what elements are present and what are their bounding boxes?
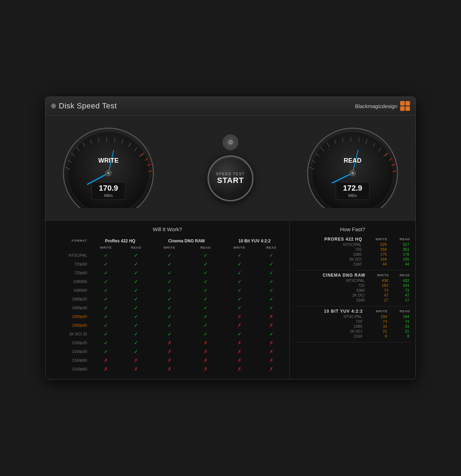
- hf-write-val: 194: [364, 314, 389, 319]
- table-cell: ✗: [256, 339, 286, 347]
- hf-row-label: 720: [294, 283, 367, 288]
- table-cell: ✗: [189, 347, 222, 356]
- table-cell: ✗: [150, 365, 189, 374]
- hf-read-val: 176: [389, 252, 411, 257]
- table-cell: ✓: [256, 251, 286, 260]
- check-icon: ✓: [204, 322, 208, 328]
- table-cell: ✓: [256, 304, 286, 312]
- table-cell: ✗: [222, 365, 256, 374]
- table-row: 2160p25: [48, 339, 90, 347]
- settings-button[interactable]: ⚙: [223, 135, 238, 150]
- how-fast-content: ProRes 422 HQWRITEREADNTSC/PAL5255277203…: [294, 236, 411, 342]
- table-cell: ✓: [90, 251, 122, 260]
- check-icon: ✓: [204, 314, 208, 319]
- hf-group-title: 10 Bit YUV 4:2:2: [324, 309, 363, 314]
- table-cell: ✓: [222, 330, 256, 339]
- hf-row-label: NTSC/PAL: [294, 278, 367, 283]
- table-row: 2160p50: [48, 356, 90, 365]
- table-cell: ✓: [90, 277, 122, 286]
- hf-group: Cinema DNG RAWWRITEREADNTSC/PAL430432720…: [294, 272, 411, 303]
- center-controls: ⚙ SPEED TEST START: [208, 135, 253, 201]
- brand-name: Blackmagicdesign: [355, 103, 397, 109]
- cross-icon: ✗: [237, 314, 242, 319]
- check-icon: ✓: [204, 287, 208, 293]
- hf-write-header: WRITE: [364, 308, 389, 314]
- table-cell: ✗: [189, 356, 222, 365]
- check-icon: ✓: [237, 296, 242, 302]
- check-icon: ✓: [104, 340, 108, 346]
- close-button[interactable]: ×: [51, 104, 56, 108]
- check-icon: ✓: [134, 305, 138, 311]
- table-cell: ✓: [150, 312, 189, 321]
- cross-icon: ✗: [104, 366, 108, 372]
- check-icon: ✓: [269, 261, 274, 267]
- table-cell: ✓: [150, 269, 189, 277]
- check-icon: ✓: [168, 331, 172, 337]
- table-cell: ✓: [189, 260, 222, 269]
- table-cell: ✓: [189, 277, 222, 286]
- table-cell: ✗: [189, 365, 222, 374]
- cross-icon: ✗: [204, 340, 208, 346]
- will-it-work-panel: Will It Work? FORMAT ProRes 422 HQ Cinem…: [45, 221, 290, 379]
- table-cell: ✓: [90, 260, 122, 269]
- table-cell: ✓: [222, 277, 256, 286]
- check-icon: ✓: [204, 270, 208, 276]
- how-fast-title: How Fast?: [294, 226, 411, 232]
- check-icon: ✓: [134, 314, 138, 319]
- check-icon: ✓: [104, 331, 108, 337]
- table-cell: ✓: [90, 339, 122, 347]
- table-cell: ✓: [222, 304, 256, 312]
- table-cell: ✓: [122, 295, 150, 304]
- cross-icon: ✗: [134, 357, 138, 363]
- cinema-header: Cinema DNG RAW: [150, 236, 222, 245]
- svg-text:MB/s: MB/s: [348, 193, 357, 198]
- check-icon: ✓: [237, 279, 242, 284]
- table-cell: ✓: [256, 330, 286, 339]
- check-icon: ✓: [237, 253, 242, 258]
- table-cell: ✗: [90, 365, 122, 374]
- hf-read-val: 73: [390, 288, 411, 293]
- hf-row-label: 2K DCI: [294, 329, 364, 334]
- table-cell: ✗: [222, 347, 256, 356]
- check-icon: ✓: [168, 314, 172, 319]
- table-cell: ✓: [150, 260, 189, 269]
- check-icon: ✓: [269, 287, 274, 293]
- read-h1: READ: [122, 245, 150, 251]
- table-cell: ✓: [90, 304, 122, 312]
- table-cell: ✓: [122, 251, 150, 260]
- read-gauge-container: 172.9 MB/s READ: [304, 128, 402, 208]
- check-icon: ✓: [237, 270, 242, 276]
- check-icon: ✓: [134, 279, 138, 284]
- title-bar-left: × Disk Speed Test: [51, 101, 117, 111]
- check-icon: ✓: [104, 322, 108, 328]
- check-icon: ✓: [237, 331, 242, 337]
- table-row: 1080i50: [48, 277, 90, 286]
- hf-read-val: 21: [389, 329, 411, 334]
- write-h3: WRITE: [222, 245, 256, 251]
- hf-row-label: 1080: [294, 288, 367, 293]
- table-row: 2160p60: [48, 365, 90, 374]
- brand-area: Blackmagicdesign: [355, 101, 410, 111]
- hf-read-val: 165: [389, 257, 411, 262]
- read-h3: READ: [256, 245, 286, 251]
- table-cell: ✓: [256, 277, 286, 286]
- hf-write-val: 164: [364, 257, 389, 262]
- how-fast-panel: How Fast? ProRes 422 HQWRITEREADNTSC/PAL…: [290, 221, 416, 379]
- table-row: 1080p30: [48, 304, 90, 312]
- hf-read-val: 44: [389, 262, 411, 267]
- hf-row-label: 1080: [294, 324, 364, 329]
- table-cell: ✗: [222, 321, 256, 330]
- title-bar: × Disk Speed Test Blackmagicdesign: [45, 97, 416, 115]
- check-icon: ✓: [134, 331, 138, 337]
- check-icon: ✓: [168, 270, 172, 276]
- start-button[interactable]: SPEED TEST START: [208, 156, 253, 201]
- table-cell: ✗: [256, 356, 286, 365]
- write-h1: WRITE: [90, 245, 122, 251]
- prores-header: ProRes 422 HQ: [90, 236, 150, 245]
- check-icon: ✓: [104, 349, 108, 354]
- table-cell: ✓: [90, 312, 122, 321]
- app-title: Disk Speed Test: [59, 101, 117, 111]
- app-window: × Disk Speed Test Blackmagicdesign: [45, 97, 416, 379]
- cross-icon: ✗: [168, 366, 172, 372]
- svg-text:172.9: 172.9: [343, 184, 362, 192]
